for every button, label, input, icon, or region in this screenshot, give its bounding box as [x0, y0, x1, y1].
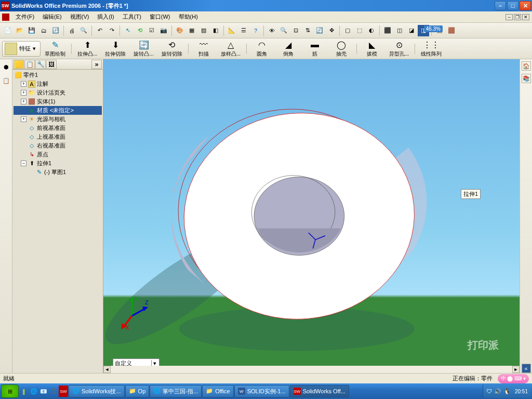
feature-tab-button[interactable]: 特征 ▾: [2, 41, 41, 57]
hole-button[interactable]: ⊙异型孔...: [385, 38, 413, 59]
horizontal-scrollbar[interactable]: ◄ ►: [103, 366, 520, 373]
minimize-button[interactable]: –: [495, 1, 506, 10]
panel-tabs: 🟨 📋 🔧 🖼 »: [12, 59, 103, 70]
tree-extrude1: –⬆拉伸1: [14, 159, 102, 168]
viewport[interactable]: 拉伸1 Y Z X 自定义 ▾ ◄ ► 打印派: [103, 59, 520, 373]
cut-button[interactable]: ⬇拉伸切除: [101, 38, 129, 59]
rp-expand[interactable]: «: [522, 364, 531, 373]
sweep-button[interactable]: 〰扫描: [191, 38, 217, 59]
rib-button[interactable]: ▬筋: [302, 38, 328, 59]
ql-2[interactable]: 🌐: [29, 385, 38, 397]
system-tray[interactable]: 🛡 🔊 🐧 20:51: [483, 384, 531, 398]
save-button[interactable]: 💾: [26, 25, 37, 36]
pattern-button[interactable]: ⋮⋮线性阵列: [417, 38, 445, 59]
help-button[interactable]: ?: [250, 25, 261, 36]
mdi-minimize[interactable]: –: [506, 14, 513, 20]
tray-icon[interactable]: 🛡: [486, 388, 492, 394]
revcut-button[interactable]: ⟲旋转切除: [158, 38, 186, 59]
tab-skip[interactable]: »: [91, 60, 102, 69]
scroll-left-button[interactable]: ◄: [103, 366, 111, 373]
tab-feature-tree[interactable]: 🟨: [14, 60, 24, 69]
color-button[interactable]: 🎨: [174, 25, 185, 36]
print-button[interactable]: 🖨: [66, 25, 77, 36]
reload-button[interactable]: 🔃: [50, 25, 61, 36]
ls-btn1[interactable]: ⬢: [1, 61, 12, 73]
menu-insert[interactable]: 插入(I): [93, 12, 118, 22]
shell-button[interactable]: ◯抽壳: [328, 38, 354, 59]
task-4[interactable]: 📁Office: [202, 385, 234, 397]
texture-button[interactable]: ▨: [198, 25, 209, 36]
task-3[interactable]: 🌐掌中三国-指...: [150, 385, 202, 397]
saveall-button[interactable]: 🗂: [38, 25, 49, 36]
ql-3[interactable]: 📧: [39, 385, 48, 397]
hidden-button[interactable]: ⬚: [354, 25, 365, 36]
chamfer-button[interactable]: ◢倒角: [275, 38, 301, 59]
rp-resources[interactable]: 📚: [522, 74, 531, 83]
ls-btn2[interactable]: 📋: [1, 75, 12, 86]
extrude-button[interactable]: ⬆拉伸凸...: [74, 38, 101, 59]
pan-button[interactable]: ✥: [326, 25, 337, 36]
status-bar: 就緒 正在编辑：零件 中 ⬤ ⌨ ▾: [0, 373, 532, 383]
zoom-inout-button[interactable]: ⇅: [302, 25, 313, 36]
3d-button[interactable]: 🟫: [446, 25, 457, 36]
select-button[interactable]: ↖: [122, 25, 134, 36]
view-orient-button[interactable]: 👁: [266, 25, 277, 36]
open-button[interactable]: 📂: [14, 25, 25, 36]
menu-view[interactable]: 视图(V): [66, 12, 94, 22]
front-button[interactable]: ◫: [394, 25, 405, 36]
section-button[interactable]: ◪: [406, 25, 417, 36]
ql-5[interactable]: SW: [59, 385, 68, 397]
ql-4[interactable]: 🎵: [49, 385, 58, 397]
wireframe-button[interactable]: ▢: [342, 25, 353, 36]
tray-icon[interactable]: 🐧: [503, 388, 511, 395]
rebuild-button[interactable]: ⟲: [134, 25, 145, 36]
sketch-button[interactable]: ✎草图绘制: [41, 38, 69, 59]
loft-button[interactable]: △放样凸...: [217, 38, 244, 59]
feature-tree[interactable]: 🟨零件1 +A注解 +📁设计活页夹 +🟫实体(1) ≡材质 <未指定> +☀光源…: [12, 70, 103, 373]
tab-render[interactable]: 🖼: [46, 60, 57, 69]
task-5[interactable]: WSOLID实例-1...: [234, 385, 289, 397]
tab-property[interactable]: 📋: [24, 60, 35, 69]
revolve-button[interactable]: 🔄旋转凸...: [130, 38, 157, 59]
close-button[interactable]: ✕: [520, 1, 531, 10]
menu-edit[interactable]: 编辑(E): [38, 12, 66, 22]
rotate-button[interactable]: 🔄: [314, 25, 325, 36]
menu-file[interactable]: 文件(F): [11, 12, 38, 22]
workspace: ⬢ 📋 🟨 📋 🔧 🖼 » 🟨零件1 +A注解 +📁设计活页夹 +🟫实体(1) …: [0, 59, 532, 373]
menu-tools[interactable]: 工具(T): [118, 12, 145, 22]
new-button[interactable]: 📄: [2, 25, 14, 36]
tree-material: ≡材质 <未指定>: [14, 106, 102, 115]
screencap-button[interactable]: 📷: [158, 25, 169, 36]
zoom-area-button[interactable]: ⊡: [290, 25, 301, 36]
feature-icon: [5, 43, 17, 55]
fillet-button[interactable]: ◠圆角: [249, 38, 275, 59]
zoom-fit-button[interactable]: 🔍: [278, 25, 289, 36]
list-button[interactable]: ☰: [238, 25, 249, 36]
tab-config[interactable]: 🔧: [35, 60, 46, 69]
options-button[interactable]: ☑: [146, 25, 157, 36]
ql-1[interactable]: ‖: [19, 385, 29, 397]
menu-window[interactable]: 窗口(W): [145, 12, 175, 22]
preview-button[interactable]: 🔍: [78, 25, 89, 36]
iso-button[interactable]: ⬛: [382, 25, 393, 36]
task-6[interactable]: SWSolidWorks Off...: [290, 385, 349, 397]
redo-button[interactable]: ↷: [106, 25, 117, 36]
mdi-close[interactable]: ✕: [522, 14, 529, 20]
task-1[interactable]: 🌐SolidWorks技...: [69, 385, 125, 397]
rp-home[interactable]: 🏠: [522, 61, 531, 71]
draft-button[interactable]: ◣拔模: [359, 38, 385, 59]
start-button[interactable]: ⊞: [1, 384, 19, 398]
mdi-restore[interactable]: ❐: [514, 14, 521, 20]
task-2[interactable]: 📁Op: [125, 385, 150, 397]
shaded-button[interactable]: ◐: [366, 25, 377, 36]
appearance-button[interactable]: ◧: [210, 25, 221, 36]
menu-help[interactable]: 帮助(H): [175, 12, 202, 22]
maximize-button[interactable]: □: [507, 1, 518, 10]
scroll-right-button[interactable]: ►: [512, 366, 520, 373]
materials-button[interactable]: ▦: [186, 25, 197, 36]
undo-button[interactable]: ↶: [94, 25, 105, 36]
measure-button[interactable]: 📐: [226, 25, 237, 36]
triad-icon: Y Z X: [114, 295, 150, 331]
ime-badge[interactable]: 中 ⬤ ⌨ ▾: [498, 374, 529, 383]
tray-icon[interactable]: 🔊: [494, 388, 501, 395]
